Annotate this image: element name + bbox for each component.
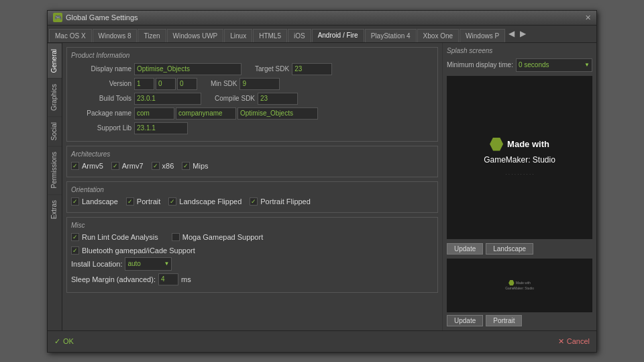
preview-logo-small: Made with GameMaker: Studio [505, 280, 534, 290]
build-tools-label: Build Tools [71, 95, 131, 102]
ok-label: OK [63, 337, 74, 345]
min-display-select[interactable]: 0 seconds ▼ [516, 58, 592, 72]
support-lib-row: Support Lib [71, 122, 433, 134]
moga-label: Moga Gamepad Support [182, 233, 263, 241]
ok-check-icon: ✓ [54, 337, 60, 346]
main-content: General Graphics Social Permissions Extr… [48, 43, 596, 330]
orient-portrait-flipped-label: Portrait Flipped [260, 197, 311, 206]
cancel-button[interactable]: ✕ Cancel [558, 334, 590, 349]
tab-windowsp[interactable]: Windows P [460, 29, 505, 42]
orient-portrait-flipped-checkbox[interactable]: ✓ [250, 197, 258, 206]
bottom-bar: ✓ OK ✕ Cancel [48, 330, 596, 352]
tab-windowsuwp[interactable]: Windows UWP [167, 29, 224, 42]
orient-portrait-flipped: ✓ Portrait Flipped [250, 197, 311, 206]
architectures-section: Architectures ✓ Armv5 ✓ Armv7 ✓ x86 [66, 146, 438, 177]
moga-checkbox[interactable] [172, 233, 180, 241]
splash-btn-row2: Update Portrait [447, 315, 592, 326]
preview-logo: Made with GameMaker: Studio · · · · · · … [484, 138, 555, 177]
orient-portrait: ✓ Portrait [126, 197, 160, 206]
bluetooth-label: Bluetooth gamepad/iCade Support [82, 246, 195, 255]
display-name-label: Display name [71, 65, 131, 73]
tab-nav-left[interactable]: ◀ [506, 28, 517, 40]
preview-gamemaker: GameMaker: Studio [484, 154, 555, 166]
arch-armv5-checkbox[interactable]: ✓ [71, 162, 79, 170]
package-part2[interactable] [176, 107, 236, 120]
splash-section-label: Splash screens [447, 47, 592, 54]
arch-x86: ✓ x86 [152, 162, 174, 170]
preview-small-line1: Made with [516, 281, 531, 285]
orient-landscape-flipped-checkbox[interactable]: ✓ [168, 197, 176, 206]
version-v1[interactable] [134, 78, 154, 90]
bluetooth-checkbox[interactable]: ✓ [71, 246, 79, 255]
update-portrait-button[interactable]: Update [447, 315, 483, 326]
version-v2[interactable] [156, 78, 176, 90]
splash-btn-row1: Update Landscape [447, 243, 592, 255]
orient-portrait-checkbox[interactable]: ✓ [126, 197, 134, 206]
bluetooth-row: ✓ Bluetooth gamepad/iCade Support [71, 246, 433, 255]
portrait-button[interactable]: Portrait [486, 315, 522, 326]
support-lib-label: Support Lib [71, 124, 131, 132]
tab-ios[interactable]: iOS [288, 29, 311, 42]
title-bar-left: 🎮 Global Game Settings [53, 13, 138, 22]
preview-made-with: Made with [507, 138, 549, 151]
tab-ps4[interactable]: PlayStation 4 [365, 29, 417, 42]
tab-tizen[interactable]: Tizen [138, 29, 166, 42]
package-part3[interactable] [237, 107, 318, 120]
tab-windows8[interactable]: Windows 8 [93, 29, 138, 42]
support-lib-input[interactable] [134, 122, 188, 134]
build-tools-input[interactable] [134, 93, 201, 105]
sidebar-tab-permissions[interactable]: Permissions [48, 146, 62, 193]
target-sdk-value: 23 [292, 63, 332, 75]
landscape-button[interactable]: Landscape [486, 243, 533, 255]
misc-label: Misc [71, 222, 433, 229]
tab-html5[interactable]: HTML5 [253, 29, 287, 42]
install-dropdown-arrow: ▼ [164, 261, 170, 267]
orient-landscape-flipped-label: Landscape Flipped [179, 197, 241, 206]
sleep-margin-label: Sleep Margin (advanced): [71, 275, 156, 283]
ok-button[interactable]: ✓ OK [54, 334, 74, 349]
arch-armv5-label: Armv5 [82, 162, 103, 170]
orient-landscape-label: Landscape [82, 197, 118, 206]
install-location-select[interactable]: auto ▼ [125, 257, 172, 271]
build-tools-row: Build Tools Compile SDK 23 [71, 93, 433, 105]
sidebar-tab-extras[interactable]: Extras [48, 194, 62, 224]
min-sdk-value: 9 [239, 78, 280, 90]
package-part1[interactable] [134, 107, 174, 120]
product-info-section: Product Information Display name Target … [66, 47, 438, 142]
moga-row: Moga Gamepad Support [172, 233, 263, 241]
min-sdk-label: Min SDK [211, 80, 237, 87]
compile-sdk-value: 23 [258, 93, 298, 105]
arch-x86-checkbox[interactable]: ✓ [152, 162, 160, 170]
compile-sdk-label: Compile SDK [215, 95, 255, 102]
close-button[interactable]: ✕ [585, 13, 591, 22]
sleep-margin-unit: ms [181, 275, 191, 283]
sidebar-tab-graphics[interactable]: Graphics [48, 78, 62, 116]
update-button[interactable]: Update [447, 243, 483, 255]
arch-armv7: ✓ Armv7 [111, 162, 144, 170]
run-lint-checkbox[interactable]: ✓ [71, 233, 79, 241]
package-name-label: Package name [71, 109, 131, 117]
min-display-value: 0 seconds [519, 61, 549, 69]
sleep-margin-input[interactable] [158, 273, 178, 285]
arch-mips-checkbox[interactable]: ✓ [182, 162, 190, 170]
version-row: Version Min SDK 9 [71, 78, 433, 90]
arch-armv5: ✓ Armv5 [71, 162, 103, 170]
sidebar-tab-general[interactable]: General [48, 43, 62, 79]
app-icon: 🎮 [53, 13, 62, 22]
arch-armv7-checkbox[interactable]: ✓ [111, 162, 119, 170]
tab-macos[interactable]: Mac OS X [49, 29, 92, 42]
display-name-input[interactable] [134, 63, 241, 75]
sidebar-tab-social[interactable]: Social [48, 116, 62, 146]
min-display-row: Minimum display time: 0 seconds ▼ [447, 58, 592, 72]
tab-android[interactable]: Android / Fire [312, 29, 364, 42]
tab-linux[interactable]: Linux [224, 29, 252, 42]
tab-nav-right[interactable]: ▶ [517, 28, 529, 40]
display-name-row: Display name Target SDK 23 [71, 63, 433, 75]
sidebar: General Graphics Social Permissions Extr… [48, 43, 62, 330]
splash-preview-landscape: Made with GameMaker: Studio · · · · · · … [447, 76, 592, 239]
window-title: Global Game Settings [66, 13, 138, 21]
tab-xboxone[interactable]: Xbox One [417, 29, 459, 42]
orient-landscape-checkbox[interactable]: ✓ [71, 197, 79, 206]
cancel-label: Cancel [567, 337, 590, 345]
version-v3[interactable] [177, 78, 197, 90]
